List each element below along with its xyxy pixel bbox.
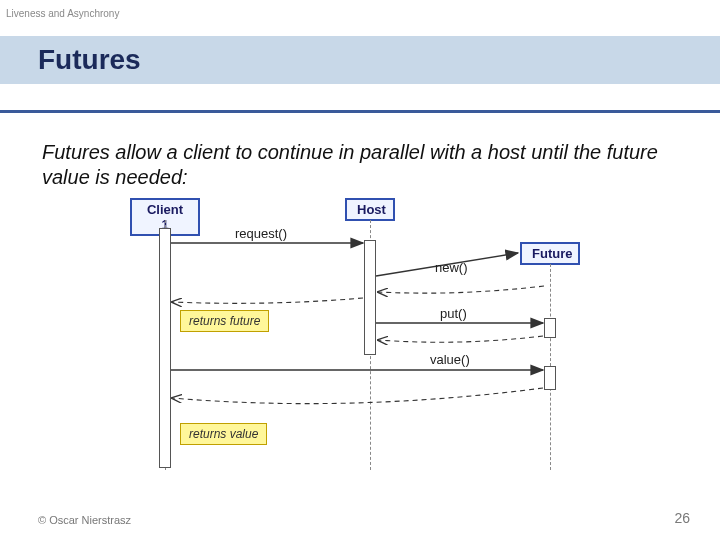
msg-put: put() [440, 306, 467, 321]
note-returns-future: returns future [180, 310, 269, 332]
body-text: Futures allow a client to continue in pa… [42, 140, 678, 190]
sequence-diagram: Client 1 Host Future [100, 198, 640, 488]
msg-value: value() [430, 352, 470, 367]
slide: Liveness and Asynchrony Futures Futures … [0, 0, 720, 540]
topic-label: Liveness and Asynchrony [6, 8, 119, 19]
note-returns-value: returns value [180, 423, 267, 445]
title-band: Futures [0, 36, 720, 84]
accent-line [0, 110, 720, 113]
footer-page: 26 [674, 510, 690, 526]
msg-new: new() [435, 260, 468, 275]
footer-copyright: © Oscar Nierstrasz [38, 514, 131, 526]
msg-request: request() [235, 226, 287, 241]
page-title: Futures [38, 44, 141, 76]
